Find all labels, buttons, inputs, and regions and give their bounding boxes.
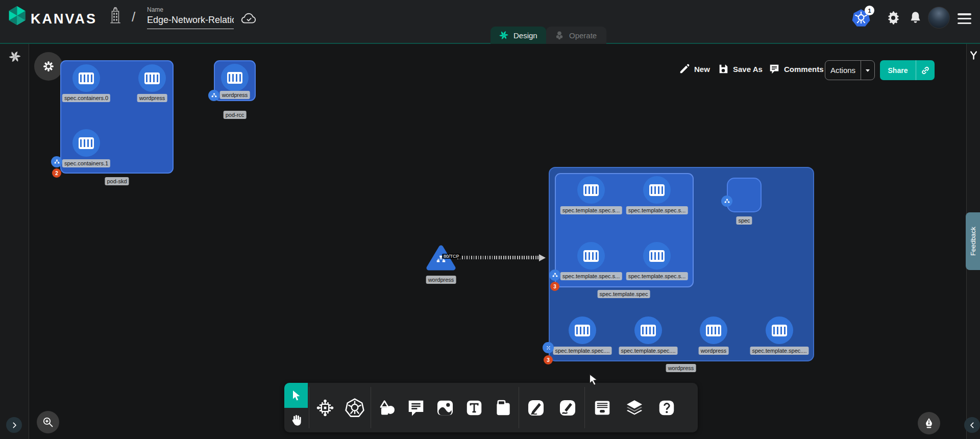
edge-pen-tool-button[interactable] — [520, 383, 552, 432]
new-button[interactable]: New — [679, 63, 710, 75]
design-tab-icon — [499, 30, 509, 40]
kubernetes-icon — [345, 398, 364, 418]
drawer-icon — [593, 398, 612, 418]
component-tool-button[interactable] — [310, 383, 340, 432]
issue-count-badge[interactable]: 3 — [550, 282, 559, 291]
node-label-spec: spec — [736, 216, 752, 225]
operate-tab-icon — [554, 30, 565, 40]
settings-gear-icon[interactable] — [886, 11, 900, 25]
node-label: spec.template.spec.... — [619, 347, 678, 355]
save-as-button[interactable]: Save As — [718, 63, 763, 75]
canvas-flower-button[interactable] — [34, 52, 63, 81]
node-label: spec.template.spec.... — [750, 347, 809, 355]
tab-operate[interactable]: Operate — [546, 27, 606, 44]
toolbar-divider — [309, 387, 309, 428]
node-spec-containers-1[interactable] — [72, 129, 100, 157]
node-wordpress-container[interactable] — [221, 64, 249, 91]
network-badge[interactable] — [208, 90, 219, 101]
cursor-icon — [290, 389, 302, 402]
chip-icon — [315, 398, 335, 418]
node-wordpress-container[interactable] — [138, 64, 166, 92]
container-icon — [79, 137, 94, 149]
breadcrumb-separator: / — [132, 9, 135, 25]
help-tool-button[interactable] — [650, 383, 682, 432]
node-template-container-1[interactable] — [643, 176, 671, 204]
relationship-badge[interactable] — [543, 342, 554, 353]
node-deploy-container-3[interactable] — [766, 316, 793, 344]
edge-arrowhead — [539, 254, 546, 261]
organization-icon[interactable] — [109, 7, 122, 23]
node-template-container-2[interactable] — [577, 242, 605, 270]
layers-tool-button[interactable] — [618, 383, 650, 432]
node-spec[interactable] — [727, 178, 762, 212]
freehand-draw-tool-button[interactable] — [552, 383, 583, 432]
drawer-tool-button[interactable] — [586, 383, 618, 432]
zoom-in-button[interactable] — [37, 411, 59, 433]
pen-nib-icon — [923, 417, 935, 429]
kanvas-logo-icon[interactable] — [8, 6, 27, 27]
node-label: spec.template.spec.s... — [560, 206, 622, 214]
text-tool-button[interactable] — [459, 383, 488, 432]
node-deploy-wordpress[interactable] — [700, 316, 727, 344]
node-template-container-0[interactable] — [577, 176, 605, 204]
group-spec-template-spec[interactable] — [555, 173, 694, 287]
network-badge[interactable] — [721, 196, 732, 207]
node-spec-containers-0[interactable] — [72, 64, 100, 92]
user-avatar[interactable] — [928, 7, 950, 29]
design-name-input[interactable] — [147, 15, 234, 29]
app-header: KANVAS / Name Design Operate 1 — [0, 0, 980, 44]
share-split-button[interactable]: Share — [880, 60, 935, 80]
shapes-icon — [377, 398, 397, 418]
pan-tool-button[interactable] — [284, 408, 308, 432]
shapes-tool-button[interactable] — [372, 383, 401, 432]
design-spiral-icon[interactable] — [8, 50, 21, 63]
pen-nib-button[interactable] — [918, 412, 940, 434]
zoom-in-icon — [42, 416, 54, 428]
left-rail — [0, 44, 29, 439]
group-label-spec-template-spec: spec.template.spec — [598, 290, 650, 298]
node-deploy-container-1[interactable] — [634, 316, 662, 344]
container-icon — [649, 250, 665, 262]
actions-dropdown-toggle[interactable] — [861, 66, 874, 75]
sticky-note-tool-button[interactable] — [488, 383, 518, 432]
new-button-label: New — [694, 65, 710, 74]
edge-service-to-deployment[interactable] — [457, 256, 540, 259]
actions-split-button[interactable]: Actions — [825, 60, 875, 80]
comment-icon — [406, 398, 426, 418]
toolbar-divider — [371, 387, 371, 428]
container-icon — [772, 325, 787, 336]
comments-button[interactable]: Comments — [769, 63, 824, 75]
network-badge[interactable] — [51, 156, 62, 167]
cloud-saved-icon — [240, 11, 257, 25]
node-template-container-3[interactable] — [643, 242, 671, 270]
notifications-bell-icon[interactable] — [909, 11, 922, 25]
select-tool-button[interactable] — [284, 383, 308, 408]
node-label: wordpress — [699, 347, 729, 355]
node-deploy-container-0[interactable] — [569, 316, 596, 344]
expand-right-panel-button[interactable] — [964, 417, 980, 433]
node-label: spec.template.spec.s... — [560, 272, 622, 280]
caret-down-icon — [864, 66, 872, 75]
kanvas-logo-text[interactable]: KANVAS — [31, 11, 97, 27]
copy-link-button[interactable] — [916, 65, 935, 76]
expand-left-panel-button[interactable] — [6, 417, 22, 433]
feedback-tab[interactable]: Feedback — [966, 212, 980, 270]
help-icon — [657, 398, 676, 418]
image-tool-button[interactable] — [430, 383, 459, 432]
tab-design[interactable]: Design — [491, 27, 546, 44]
design-tab-label: Design — [513, 31, 537, 40]
layers-icon — [625, 398, 644, 418]
issue-count-badge[interactable]: 3 — [544, 355, 553, 364]
layer5-y-icon[interactable] — [968, 50, 979, 61]
kubernetes-tool-button[interactable] — [340, 383, 370, 432]
toolbar-divider — [519, 387, 519, 428]
node-label: wordpress — [137, 94, 167, 102]
hamburger-menu-icon[interactable] — [958, 13, 971, 24]
container-icon — [583, 184, 599, 196]
node-label: wordpress — [220, 91, 250, 99]
comments-button-label: Comments — [784, 65, 824, 74]
node-label: spec.template.spec.... — [553, 347, 612, 355]
comment-tool-button[interactable] — [401, 383, 430, 432]
issue-count-badge[interactable]: 2 — [52, 168, 61, 178]
network-badge[interactable] — [549, 270, 560, 281]
